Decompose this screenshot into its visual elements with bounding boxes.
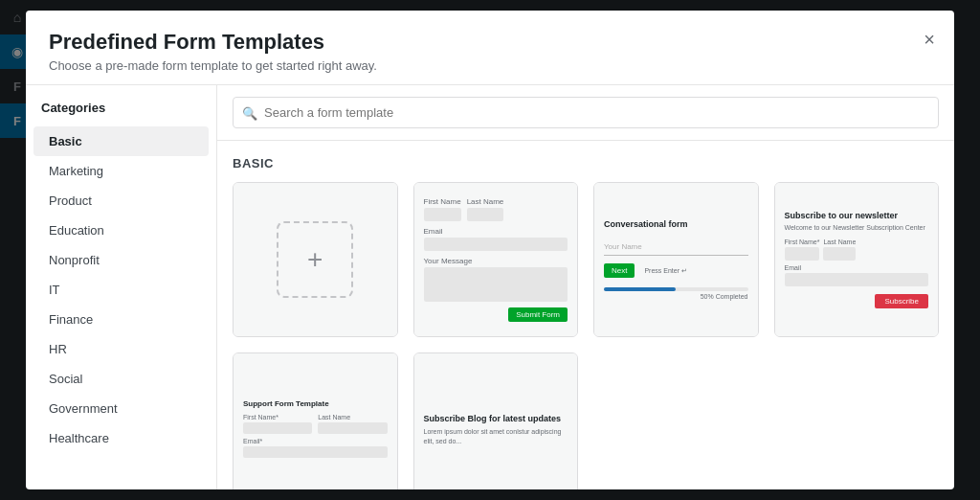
- conv-title: Conversational form: [604, 219, 748, 229]
- modal-subtitle: Choose a pre-made form template to get s…: [49, 58, 931, 73]
- conv-progress-label: 50% Completed: [604, 293, 748, 300]
- newsletter-subtitle: Welcome to our Newsletter Subscription C…: [785, 224, 929, 231]
- support-firstname-field: [243, 422, 312, 434]
- category-hr[interactable]: HR: [34, 334, 209, 364]
- blank-card-plus-icon: +: [277, 221, 353, 298]
- nl-email-label: Email: [785, 264, 929, 271]
- email-label: Email: [424, 227, 568, 236]
- contact-form-fields: First Name Last Name: [414, 188, 578, 331]
- category-social[interactable]: Social: [34, 364, 209, 394]
- blog-title: Subscribe Blog for latest updates: [424, 414, 568, 423]
- conv-progress-fill: [604, 287, 676, 291]
- template-card-blank[interactable]: +: [233, 182, 398, 337]
- firstname-label: First Name: [424, 197, 461, 206]
- blog-form-content: Subscribe Blog for latest updates Lorem …: [414, 404, 578, 456]
- blog-description: Lorem ipsum dolor sit amet conlstur adip…: [424, 427, 568, 446]
- category-basic[interactable]: Basic: [34, 126, 209, 156]
- message-field: [424, 267, 568, 302]
- search-bar: 🔍: [217, 85, 954, 141]
- templates-panel: 🔍 BASIC +: [217, 85, 954, 489]
- modal-header: Predefined Form Templates Choose a pre-m…: [34, 11, 954, 85]
- lastname-field: [467, 208, 504, 221]
- search-input-wrapper: 🔍: [233, 97, 939, 128]
- nl-lastname-label: Last Name: [823, 239, 856, 245]
- category-healthcare[interactable]: Healthcare: [34, 423, 209, 453]
- support-email-label: Email*: [243, 438, 388, 444]
- template-card-newsletter[interactable]: Subscribe to our newsletter Welcome to o…: [774, 182, 940, 337]
- support-form-title: Support Form Template: [243, 399, 388, 408]
- blog-form-preview: Subscribe Blog for latest updates Lorem …: [414, 353, 578, 489]
- content-area: Forms New Form Entries 1 Payments Global…: [34, 0, 980, 500]
- conv-name-field: Your Name: [604, 237, 748, 256]
- categories-panel: Categories Basic Marketing Product Educa…: [34, 85, 217, 489]
- support-lastname-label: Last Name: [318, 414, 387, 420]
- template-card-blog[interactable]: Subscribe Blog for latest updates Lorem …: [413, 352, 579, 489]
- search-icon: 🔍: [242, 105, 257, 120]
- template-card-contact[interactable]: First Name Last Name: [413, 182, 579, 337]
- conversational-form-fields: Conversational form Your Name Next: [594, 210, 758, 309]
- nl-subscribe-btn: Subscribe: [875, 294, 928, 308]
- modal-body: Categories Basic Marketing Product Educa…: [34, 85, 954, 489]
- template-card-conversational[interactable]: Conversational form Your Name Next: [593, 182, 759, 337]
- predefined-templates-modal: Predefined Form Templates Choose a pre-m…: [34, 11, 954, 489]
- category-marketing[interactable]: Marketing: [34, 156, 209, 186]
- modal-overlay: Predefined Form Templates Choose a pre-m…: [34, 0, 980, 500]
- category-nonprofit[interactable]: Nonprofit: [34, 245, 209, 275]
- nl-firstname-field: [785, 247, 820, 261]
- submit-button-preview: Submit Form: [508, 307, 568, 322]
- search-input[interactable]: [233, 97, 939, 128]
- support-form-fields: Support Form Template First Name* Las: [234, 390, 397, 471]
- section-label: BASIC: [233, 156, 939, 170]
- modal-close-button[interactable]: ×: [920, 26, 939, 53]
- template-card-support[interactable]: Support Form Template First Name* Las: [233, 352, 398, 489]
- newsletter-fields: Subscribe to our newsletter Welcome to o…: [775, 201, 939, 318]
- support-lastname-field: [318, 422, 387, 434]
- support-email-field: [243, 446, 388, 458]
- newsletter-title: Subscribe to our newsletter: [785, 211, 929, 220]
- templates-grid-row2: Support Form Template First Name* Las: [233, 352, 939, 489]
- conv-enter-hint: Press Enter ↵: [644, 267, 687, 275]
- firstname-field: [424, 208, 461, 221]
- contact-form-preview: First Name Last Name: [414, 183, 578, 336]
- conv-next-btn: Next: [604, 263, 635, 278]
- category-government[interactable]: Government: [34, 394, 209, 423]
- conv-progress-bar: [604, 287, 748, 291]
- category-product[interactable]: Product: [34, 186, 209, 216]
- newsletter-form-preview: Subscribe to our newsletter Welcome to o…: [775, 183, 939, 336]
- email-field: [424, 238, 568, 251]
- message-label: Your Message: [424, 257, 568, 265]
- support-firstname-label: First Name*: [243, 414, 312, 420]
- templates-grid-row1: + First Name: [233, 182, 939, 337]
- lastname-label: Last Name: [467, 197, 504, 206]
- conv-placeholder: Your Name: [604, 242, 642, 251]
- modal-title: Predefined Form Templates: [49, 30, 931, 55]
- category-education[interactable]: Education: [34, 216, 209, 245]
- nl-lastname-field: [823, 247, 856, 261]
- conversational-form-preview: Conversational form Your Name Next: [594, 183, 758, 336]
- category-it[interactable]: IT: [34, 275, 209, 305]
- templates-content: BASIC +: [217, 141, 954, 489]
- support-form-preview: Support Form Template First Name* Las: [234, 353, 397, 489]
- nl-email-field: [785, 273, 929, 286]
- nl-firstname-label: First Name*: [785, 239, 820, 245]
- category-finance[interactable]: Finance: [34, 305, 209, 334]
- categories-title: Categories: [34, 101, 216, 126]
- blank-card-preview-area: +: [234, 183, 397, 336]
